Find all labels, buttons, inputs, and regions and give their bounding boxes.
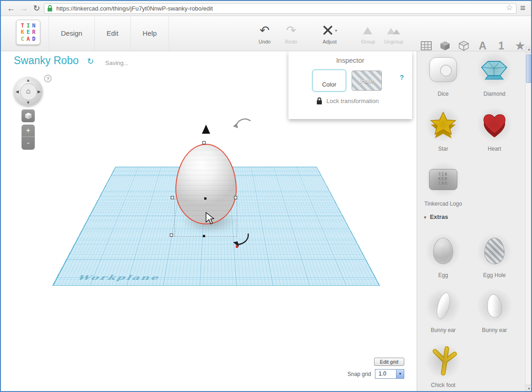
rotate-down-icon[interactable]: ▼ (26, 100, 30, 105)
group-button[interactable]: Group (354, 22, 382, 44)
snap-grid-select[interactable]: 1.0 ▼ (375, 369, 404, 379)
raise-handle-cone[interactable] (202, 125, 210, 134)
favorites-star-icon[interactable]: ★ (514, 40, 526, 52)
browser-refresh-icon[interactable]: ↻ (30, 2, 43, 14)
hole-button[interactable]: Hole (352, 71, 382, 91)
ungroup-button[interactable]: Ungroup (380, 22, 407, 44)
shape-star[interactable]: Star (418, 107, 468, 152)
scroll-up-icon[interactable]: ▲ (526, 46, 532, 53)
mouse-cursor (205, 212, 214, 225)
base-handle[interactable] (203, 235, 205, 237)
tinkercad-logo[interactable]: T I N K E R C A D (16, 20, 40, 45)
bookmark-star-icon[interactable]: ☆ (506, 3, 513, 12)
browser-toolbar: ← → ↻ ☆ ≡ (1, 1, 531, 16)
cube-icon (24, 112, 33, 120)
section-collapse-icon: ▼ (423, 215, 427, 220)
shape-bunny-ear-2[interactable]: Bunny ear (469, 289, 520, 333)
edit-grid-button[interactable]: Edit grid (374, 358, 404, 366)
inspector-title: Inspector (288, 51, 412, 64)
help-button[interactable]: ? (44, 75, 52, 82)
rotate-left-icon[interactable]: ◀ (16, 89, 19, 94)
undo-icon: ↶ (260, 24, 270, 36)
pattern-box-icon[interactable] (458, 40, 470, 52)
redo-button[interactable]: ↷ Redo (277, 22, 305, 44)
shape-egg-hole[interactable]: Egg Hole (469, 234, 520, 278)
scrollbar-thumb[interactable] (526, 54, 532, 83)
scale-handle-top[interactable] (202, 141, 206, 144)
zoom-out-button[interactable]: - (22, 137, 35, 149)
workplane-label: Workplane (76, 274, 160, 281)
redo-icon: ↷ (286, 24, 296, 36)
menu-help[interactable]: Help (131, 16, 169, 51)
lock-icon (316, 97, 323, 105)
https-padlock-icon (47, 5, 53, 12)
rotate-arrow-top-icon[interactable] (232, 115, 252, 129)
scroll-down-icon[interactable]: ▼ (526, 385, 532, 392)
app-header: T I N K E R C A D Design Edit Help ↶ Und… (1, 16, 531, 51)
group-icon (362, 25, 375, 35)
shape-tinkercad-logo[interactable]: TINKERCAD Tinkercad Logo (418, 162, 468, 207)
scale-handle-right[interactable] (234, 196, 237, 199)
undo-button[interactable]: ↶ Undo (251, 22, 278, 44)
adjust-button[interactable]: ▾ Adjust (316, 22, 343, 44)
shape-bunny-ear-1[interactable]: Bunny ear (418, 289, 468, 333)
address-bar[interactable] (44, 3, 516, 14)
view-rotate-gizmo[interactable]: ▲ ▼ ◀ ▶ ⌂ (14, 77, 43, 106)
lock-transformation-label: Lock transformation (326, 98, 379, 104)
sync-icon: ↻ (87, 56, 94, 66)
scale-handle-corner[interactable] (170, 234, 173, 237)
fit-view-button[interactable] (22, 109, 35, 122)
shape-library-panel (417, 51, 525, 392)
browser-forward-icon[interactable]: → (17, 2, 30, 14)
inspector-panel: Inspector Color Hole ? Lock transformati… (288, 51, 412, 119)
tinkercad-window: ← → ↻ ☆ ≡ T I N K E R C A D Design Edit … (1, 1, 531, 391)
zoom-controls: + - (22, 125, 35, 150)
inspector-help-link[interactable]: ? (400, 73, 404, 81)
menu-edit[interactable]: Edit (95, 16, 131, 51)
rotate-up-icon[interactable]: ▲ (26, 78, 30, 82)
color-button[interactable]: Color (312, 70, 346, 92)
zoom-in-button[interactable]: + (22, 125, 35, 137)
rotate-right-icon[interactable]: ▶ (38, 89, 41, 94)
select-dropdown-icon: ▼ (396, 370, 404, 378)
shape-heart[interactable]: Heart (469, 107, 520, 152)
shape-chick-foot[interactable]: Chick foot (418, 343, 468, 388)
scale-handle-left[interactable] (171, 196, 174, 199)
header-tool-icons: A 1 ★ (420, 40, 526, 52)
lock-transformation-toggle[interactable]: Lock transformation (316, 97, 379, 105)
adjust-icon (322, 25, 334, 36)
shape-diamond[interactable]: Diamond (469, 52, 520, 97)
workplane-grid-icon[interactable] (420, 40, 432, 52)
adjust-caret-icon: ▾ (335, 28, 337, 33)
main-menu: Design Edit Help (49, 16, 169, 51)
extras-section-header[interactable]: ▼Extras (423, 213, 448, 220)
menu-design[interactable]: Design (49, 16, 95, 51)
rotate-arrow-bottom-icon[interactable] (232, 231, 251, 249)
dice-icon (429, 57, 457, 82)
sidebar-scrollbar[interactable]: ▲ ▼ (525, 46, 532, 392)
saving-status: Saving... (105, 60, 129, 66)
home-view-icon[interactable]: ⌂ (26, 87, 31, 95)
shape-egg[interactable]: Egg (418, 234, 468, 278)
solid-box-icon[interactable] (439, 40, 451, 52)
browser-back-icon[interactable]: ← (5, 2, 17, 14)
text-tool-icon[interactable]: A (477, 40, 489, 52)
shape-dice[interactable]: Dice (418, 52, 468, 97)
center-handle[interactable] (204, 197, 206, 200)
browser-menu-icon[interactable]: ≡ (520, 3, 526, 13)
snap-grid-label: Snap grid (347, 371, 371, 377)
ungroup-icon (386, 25, 402, 35)
design-title: Swanky Robo (14, 54, 79, 67)
number-tool-icon[interactable]: 1 (495, 40, 507, 52)
